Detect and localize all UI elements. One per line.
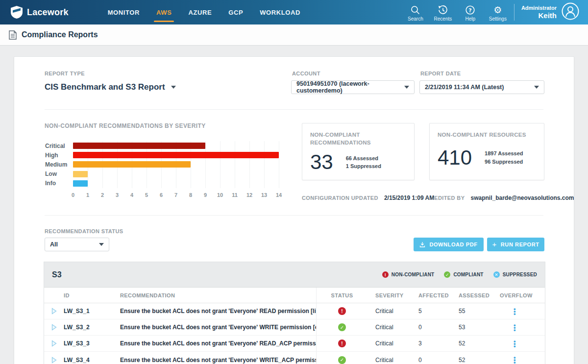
help-button[interactable]: ? Help xyxy=(459,3,482,22)
col-status: STATUS xyxy=(316,288,368,303)
expand-triangle-icon xyxy=(51,324,57,331)
x-tick-label: 0 xyxy=(72,192,74,198)
brand-name: Lacework xyxy=(27,7,69,18)
col-id: ID xyxy=(64,292,120,298)
row-status: ! xyxy=(316,303,368,319)
card-title: NON-COMPLIANT RECOMMENDATIONS xyxy=(310,131,406,146)
report-type-value: CIS Benchmark and S3 Report xyxy=(45,82,165,92)
search-button[interactable]: Search xyxy=(404,3,427,22)
x-tick-label: 13 xyxy=(261,192,267,198)
nav-utilities: Search Recents ? Help ⚙ Settings xyxy=(404,3,509,22)
section-divider xyxy=(45,215,543,216)
x-tick-label: 7 xyxy=(174,192,177,198)
chevron-down-icon xyxy=(404,86,409,89)
user-role: Administrator xyxy=(521,5,557,11)
row-assessed: 52 xyxy=(451,340,496,347)
status-legend: !NON-COMPLIANT✓COMPLIANT✕SUPPRESSED xyxy=(382,271,537,278)
nav-item-monitor[interactable]: MONITOR xyxy=(107,6,141,19)
report-type-dropdown[interactable]: CIS Benchmark and S3 Report xyxy=(45,82,176,92)
row-id: LW_S3_2 xyxy=(64,324,120,331)
help-icon: ? xyxy=(466,5,475,15)
nav-item-gcp[interactable]: GCP xyxy=(227,6,244,19)
nav-item-workload[interactable]: WORKLOAD xyxy=(259,6,301,19)
row-overflow-menu[interactable]: ••• xyxy=(496,340,546,347)
search-label: Search xyxy=(408,16,423,22)
user-avatar[interactable] xyxy=(562,2,579,22)
report-type-label: REPORT TYPE xyxy=(45,71,85,76)
chart-x-axis: 01234567891011121314 xyxy=(73,192,279,199)
legend-non-compliant: !NON-COMPLIANT xyxy=(382,271,435,278)
row-status: ✓ xyxy=(316,352,368,364)
expand-row-button[interactable] xyxy=(44,357,64,364)
chart-category-low: Low xyxy=(45,170,72,179)
x-tick-label: 12 xyxy=(246,192,252,198)
table-row: LW_S3_3Ensure the bucket ACL does not gr… xyxy=(44,336,545,352)
edited-by-value: swapnil_barde@neovasolutions.com xyxy=(470,194,574,201)
section-divider xyxy=(45,109,543,110)
settings-label: Settings xyxy=(489,16,507,22)
report-date-select[interactable]: 2/21/2019 11:34 AM (Latest) xyxy=(419,80,544,94)
x-tick-label: 1 xyxy=(86,192,89,198)
bar-critical xyxy=(73,143,205,149)
row-severity: Critical xyxy=(368,308,411,315)
table-column-header: ID RECOMMENDATION STATUS SEVERITY AFFECT… xyxy=(44,288,545,303)
expand-row-button[interactable] xyxy=(44,308,64,315)
row-overflow-menu[interactable]: ••• xyxy=(496,356,546,364)
row-overflow-menu[interactable]: ••• xyxy=(496,324,546,331)
row-recommendation: Ensure the bucket ACL does not grant 'Ev… xyxy=(120,324,316,331)
row-assessed: 52 xyxy=(451,357,496,364)
download-pdf-button[interactable]: DOWNLOAD PDF xyxy=(414,238,484,251)
compliant-icon: ✓ xyxy=(444,271,450,278)
x-tick-label: 14 xyxy=(276,192,282,198)
row-severity: Critical xyxy=(368,357,411,364)
x-tick-label: 3 xyxy=(116,192,119,198)
search-icon xyxy=(411,5,420,15)
expand-row-button[interactable] xyxy=(44,340,64,347)
recommendation-status-select[interactable]: All xyxy=(45,238,109,251)
settings-icon: ⚙ xyxy=(493,5,502,15)
col-recommendation: RECOMMENDATION xyxy=(120,292,316,298)
table-row: LW_S3_1Ensure the bucket ACL does not gr… xyxy=(44,303,545,319)
table-section-header: S3 !NON-COMPLIANT✓COMPLIANT✕SUPPRESSED xyxy=(44,262,545,288)
user-name: Keith xyxy=(521,11,557,20)
settings-button[interactable]: ⚙ Settings xyxy=(487,3,509,22)
col-severity: SEVERITY xyxy=(368,292,411,298)
chevron-down-icon xyxy=(534,86,539,89)
chart-category-labels: CriticalHighMediumLowInfo xyxy=(45,141,72,188)
nav-item-azure[interactable]: AZURE xyxy=(187,6,213,19)
run-report-button[interactable]: + RUN REPORT xyxy=(487,238,544,251)
legend-suppressed: ✕SUPPRESSED xyxy=(493,271,537,278)
recents-label: Recents xyxy=(434,16,452,22)
document-icon xyxy=(9,30,17,40)
account-label: ACCOUNT xyxy=(292,71,320,76)
table-row: LW_S3_4Ensure the bucket ACL does not gr… xyxy=(44,352,545,364)
expand-row-button[interactable] xyxy=(44,324,64,331)
bar-info xyxy=(73,180,88,187)
recommendation-status-label: RECOMMENDATION STATUS xyxy=(45,228,123,234)
expand-triangle-icon xyxy=(51,340,57,347)
row-overflow-menu[interactable]: ••• xyxy=(496,308,546,315)
row-severity: Critical xyxy=(368,340,411,347)
chart-category-medium: Medium xyxy=(45,160,72,169)
col-assessed: ASSESSED xyxy=(451,292,496,298)
card-title: NON-COMPLIANT RESOURCES xyxy=(438,131,536,139)
severity-bar-chart xyxy=(73,141,279,188)
nav-item-aws[interactable]: AWS xyxy=(155,6,172,19)
section-title: S3 xyxy=(52,270,62,279)
download-icon xyxy=(419,242,425,247)
non-compliant-icon: ! xyxy=(382,271,389,278)
avatar-icon xyxy=(562,2,579,20)
x-tick-label: 4 xyxy=(130,192,133,198)
user-block[interactable]: Administrator Keith xyxy=(521,5,557,20)
row-recommendation: Ensure the bucket ACL does not grant 'Ev… xyxy=(120,357,316,364)
legend-compliant: ✓COMPLIANT xyxy=(444,271,483,278)
lacework-logo[interactable]: Lacework xyxy=(11,6,69,19)
page-title: Compliance Reports xyxy=(22,30,98,39)
primary-nav: MONITORAWSAZUREGCPWORKLOAD xyxy=(107,6,301,19)
recents-button[interactable]: Recents xyxy=(432,3,454,22)
s3-compliance-table: S3 !NON-COMPLIANT✓COMPLIANT✕SUPPRESSED I… xyxy=(44,262,545,364)
account-select[interactable]: 950194951070 (lacework-customerdemo) xyxy=(291,80,415,94)
non-compliant-icon: ! xyxy=(338,340,346,347)
x-tick-label: 5 xyxy=(145,192,148,198)
row-assessed: 53 xyxy=(451,324,496,331)
